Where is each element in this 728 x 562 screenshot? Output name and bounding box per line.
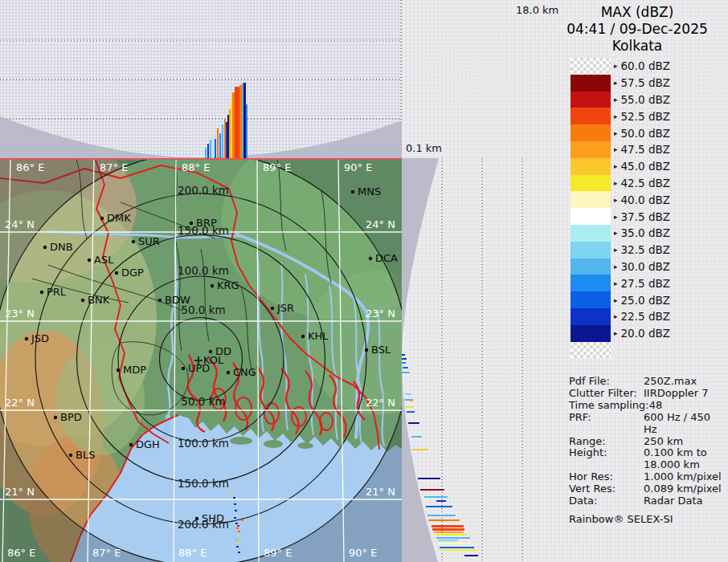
echo-bar [440,549,476,551]
echo-pixel [230,491,232,492]
city-label: MNS [358,185,381,198]
metadata-row: Data:Radar Data [569,495,726,507]
city-label: CNG [233,366,256,378]
legend-row: ▸47.5 dBZ [571,141,670,158]
city-dot [190,222,193,225]
legend-swatch [571,242,611,259]
echo-bar [215,139,216,158]
echo-bar [205,148,207,158]
legend-label: 50.0 dBZ [621,127,670,140]
legend-tick-arrow: ▸ [614,196,618,204]
legend-row: ▸45.0 dBZ [571,158,670,175]
metadata-value: 600 Hz / 450 Hz [644,412,726,436]
city-dot [129,443,133,446]
legend-row: ▸57.5 dBZ [571,75,670,92]
metadata-row: Hor Res:1.000 km/pixel [569,471,726,483]
legend-swatch [571,175,611,192]
metadata-value: 250 km [644,436,683,448]
echo-bar [402,358,407,360]
echo-bar [412,449,428,450]
legend-tick-arrow: ▸ [614,179,618,187]
metadata-key: Pdf File: [569,376,644,388]
city-label: BLS [76,449,95,461]
city-dot [351,190,354,193]
side-profile-canvas [402,0,567,562]
echo-bar [418,478,440,479]
legend-swatch [571,225,611,242]
echo-bar [219,133,221,158]
echo-pixel [236,546,239,548]
city-dot [100,217,104,220]
city-label: KHL [308,330,329,342]
legend-label: 55.0 dBZ [621,93,670,106]
map-canvas[interactable]: 86° E86° E87° E87° E88° E88° E89° E89° E… [0,158,402,562]
legend-tick-arrow: ▸ [614,62,618,70]
echo-bar [438,543,472,544]
range-ring-label: 100.0 km [178,437,229,450]
legend-label: 40.0 dBZ [621,193,670,206]
metadata-panel: Pdf File:250Z.maxClutter Filter:IIRDoppl… [569,376,726,526]
metadata-key: Range: [569,436,644,448]
metadata-row: PRF:600 Hz / 450 Hz [569,412,726,436]
echo-bar [402,354,405,356]
city-dot [271,307,274,310]
legend-swatch [571,158,611,175]
city-label: DCA [375,252,398,264]
echo-bar [424,496,448,498]
echo-bar [464,555,478,556]
echo-pixel [238,552,240,553]
legend-row: ▸20.0 dBZ [571,325,670,342]
legend-tick-arrow: ▸ [614,279,618,287]
legend-row: ▸42.5 dBZ [571,175,670,192]
map-viewport[interactable]: 86° E86° E87° E87° E88° E88° E89° E89° E… [0,158,402,562]
legend-tick-arrow: ▸ [614,145,618,153]
echo-pixel [241,519,243,521]
echo-bar [426,506,452,507]
metadata-value: 0.100 km to 18.000 km [644,447,707,471]
top-profile-gridlines [0,0,402,158]
city-dot [211,284,214,287]
city-dot [227,371,230,374]
latitude-label: 24° N [366,218,395,230]
echo-bar [235,87,239,158]
longitude-label: 90° E [344,161,372,173]
top-profile-canvas [0,0,402,158]
echo-bar [246,104,247,158]
latitude-label: 22° N [5,397,35,409]
longitude-label: 89° E [264,547,292,559]
legend-row: ▸35.0 dBZ [571,225,670,242]
echo-pixel [237,534,239,536]
echo-pixel [236,527,239,529]
legend-tick-arrow: ▸ [614,96,618,104]
echo-bar [432,528,464,531]
legend-row: ▸30.0 dBZ [571,259,670,275]
metadata-row: Clutter Filter:IIRDoppler 7 [569,388,726,400]
legend-label: 57.5 dBZ [621,76,670,89]
echo-pixel [237,542,239,544]
longitude-label: 86° E [16,161,44,173]
city-dot [54,416,57,419]
echo-bar [226,122,227,158]
metadata-value: 48 [649,400,663,412]
legend-swatch [571,259,611,275]
city-dot [182,367,185,370]
legend-swatch [571,108,611,124]
echo-pixel [234,503,236,505]
city-dot [88,259,91,262]
echo-bar [402,362,406,364]
radar-display-window: 86° E86° E87° E87° E88° E88° E89° E89° E… [0,0,728,562]
legend-swatch [571,208,611,225]
echo-bar [229,109,231,158]
height-axis-min-label: 0.1 km [406,142,442,154]
city-label: BNK [88,294,110,306]
legend-row: ▸25.0 dBZ [571,291,670,308]
legend-row: ▸60.0 dBZ [571,58,670,75]
echo-bar [231,100,232,158]
legend-label: 20.0 dBZ [621,327,670,340]
metadata-row: Vert Res:0.089 km/pixel [569,483,726,495]
metadata-row: Pdf File:250Z.max [569,376,726,388]
legend-tick-arrow: ▸ [614,296,618,304]
legend-tick-arrow: ▸ [614,329,618,337]
legend-label: 32.5 dBZ [621,243,670,256]
city-label: SUR [138,235,160,247]
